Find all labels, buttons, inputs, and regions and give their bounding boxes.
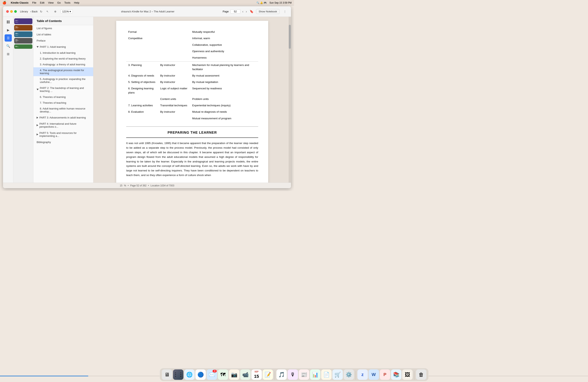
page-info: Page 52 of 392 [130,184,147,187]
list-icon: ☰ [7,36,10,40]
toc-item-list-of-tables[interactable]: List of tables [33,31,93,38]
table-cell [158,48,190,55]
table-row: 5. Setting of objectives By instructor B… [126,79,258,85]
table-cell: Sequenced by readiness [190,85,258,96]
toc-item-list-of-figures[interactable]: List of figures [33,25,93,31]
toc-item-ch5[interactable]: 5. Andragogy in practice: expanding the … [33,76,93,85]
toc-section-part1[interactable]: PART 1: Adult learning [33,44,93,50]
book-list-panel: Le... Pro... Mo... & T... Mo... Pro... M… [13,17,33,183]
table-cell [126,55,158,61]
highlight-tool[interactable]: ⊕ [53,9,58,14]
toc-item-ch4[interactable]: 4. The andragogical process model for le… [33,67,93,76]
next-page-button[interactable]: › [245,9,247,14]
table-cell: Openness and authenticity [190,48,258,55]
table-cell: Mutually respectful [190,29,258,35]
menu-go[interactable]: Go [57,1,61,4]
table-cell: Informal, warm [190,35,258,41]
table-cell: 7. Learning activities [126,102,158,109]
more-options-button[interactable]: ⋮ [282,9,288,14]
book-card-1[interactable]: Le... Pro... [14,18,32,24]
table-cell [126,96,158,102]
toc-section-part4[interactable]: PART 4: International and future perspec… [33,121,93,130]
bookmark-button[interactable]: 🔖 [250,10,253,13]
play-icon: ▶ [7,28,9,32]
toc-item-ch8[interactable]: 8. Adult learning within human resource … [33,106,93,115]
main-content: ▶ ☰ 🔍 ⊞ Le... Pro... Mo... & T... M [3,17,291,183]
table-cell: 6. Designing learning plans [126,85,158,96]
table-row: 7. Learning activities Transmittal techn… [126,102,258,109]
heading-rule [126,137,258,138]
toc-header: Table of Contents [33,17,93,25]
menu-tools[interactable]: Tools [64,1,70,4]
toc-section-part3[interactable]: PART 3: Advancements in adult learning [33,115,93,121]
toc-item-preface[interactable]: Preface [33,38,93,44]
library-button[interactable]: Library [20,10,28,13]
toc-item-ch6[interactable]: 6. Theories of learning [33,94,93,100]
toc-item-ch3[interactable]: 3. Andragogy: a theory of adult learning [33,61,93,67]
search-icon: 🔍 [6,44,10,48]
page-navigation: Page ‹ › [223,9,247,14]
book-card-5[interactable]: En... [14,44,32,49]
menu-view[interactable]: View [48,1,54,4]
sidebar-play-button[interactable]: ▶ [5,26,12,34]
expand-icon-part1 [37,46,39,48]
back-button[interactable]: ‹ Back [30,10,38,13]
refresh-button[interactable]: ↻ [40,10,42,13]
zoom-control[interactable]: 121% ▾ [60,9,73,14]
status-separator-1: • [128,184,129,187]
toc-panel: Table of Contents List of figures List o… [33,17,93,183]
show-notebook-button[interactable]: Show Notebook [256,9,280,14]
toc-item-ch7[interactable]: 7. Theories of teaching [33,100,93,106]
prev-page-button[interactable]: ‹ [242,9,244,14]
table-cell: Mutual re-diagnosis of needs [190,109,258,115]
toc-section-part5[interactable]: PART 5: Tools and resources for implemen… [33,130,93,139]
toc-item-ch1[interactable]: 1. Introduction to adult learning [33,50,93,56]
table-cell: Content units [158,96,190,102]
menu-edit[interactable]: Edit [40,1,44,4]
table-cell [158,42,190,48]
page-number-input[interactable] [231,9,240,14]
scrollbar-thumb[interactable] [289,25,291,49]
book-card-3[interactable]: Mo... Pro... [14,31,32,37]
sidebar-search-button[interactable]: 🔍 [5,42,12,50]
table-cell: By instructor [158,62,190,73]
table-cell: Mechanism for mutual planning by learner… [190,62,258,73]
toc-section-part2[interactable]: PART 2: The backdrop of learning and tea… [33,85,93,94]
book-content-area[interactable]: Formal Mutually respectful Competitive I… [93,17,291,183]
toc-item-ch2[interactable]: 2. Exploring the world of learning theor… [33,56,93,61]
zoom-value: 121% [62,10,69,13]
menu-help[interactable]: Help [74,1,79,4]
app-name[interactable]: Kindle Classic [11,1,29,4]
table-cell: By instructor [158,109,190,115]
back-arrow-icon: ‹ [30,10,31,13]
scrollbar-track[interactable] [289,17,291,183]
book-card-4[interactable]: Mo... Ad... [14,38,32,44]
sidebar-icon-panel: ▶ ☰ 🔍 ⊞ [3,17,13,183]
page-content: Formal Mutually respectful Competitive I… [116,21,268,183]
table-row: 6. Designing learning plans Logic of sub… [126,85,258,96]
sidebar-layers-button[interactable]: ⊞ [5,50,12,57]
cursor-tool[interactable]: ↖ [45,9,50,14]
menu-icons: 🔍 🔔 🎮 [256,1,267,4]
apple-menu[interactable]: 🍎 [2,1,6,5]
location-info: Location 1034 of 7003 [151,184,174,187]
table-row: Openness and authenticity [126,48,258,55]
table-cell [126,48,158,55]
book-card-3-sub: Pro... [15,35,31,36]
table-cell: 4. Diagnosis of needs [126,73,158,79]
book-card-2[interactable]: Mo... & T... [14,25,32,31]
book-card-4-sub: Ad... [15,41,31,42]
sidebar-list-button[interactable]: ☰ [5,34,12,41]
maximize-button[interactable] [14,10,17,13]
expand-icon-part2 [37,89,39,90]
menu-file[interactable]: File [32,1,36,4]
book-card-1-sub: Pro... [15,21,31,23]
table-cell: Collaborative, supportive [190,42,258,48]
table-cell: By instructor [158,79,190,85]
menubar-right: 🔍 🔔 🎮 Sun Sep 15 3:59 PM [256,1,292,4]
sidebar-grid-button[interactable] [5,18,12,26]
table-cell: Transmittal techniques [158,102,190,109]
toc-item-bibliography[interactable]: Bibliography [33,139,93,145]
close-button[interactable] [6,10,9,13]
minimize-button[interactable] [10,10,13,13]
